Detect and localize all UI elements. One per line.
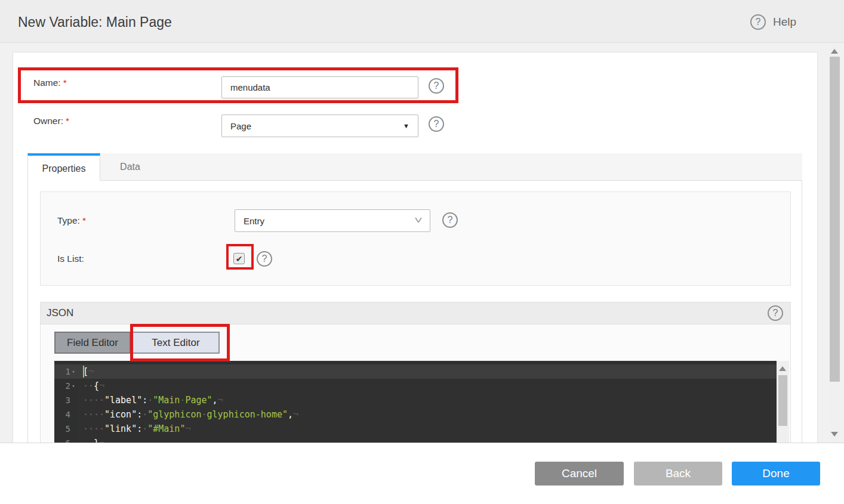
is-list-help-icon[interactable]: ? — [257, 251, 272, 267]
name-input[interactable] — [221, 76, 418, 98]
help-icon[interactable]: ? — [750, 14, 766, 30]
help-link[interactable]: ? Help — [750, 14, 796, 30]
field-editor-button[interactable]: Field Editor — [54, 332, 131, 354]
code-line[interactable]: ····"label":·"Main·Page",¬ — [78, 393, 777, 407]
editor-lines[interactable]: [¬··{¬····"label":·"Main·Page",¬····"ico… — [78, 361, 777, 443]
chevron-down-icon: ˅ — [414, 215, 423, 227]
gutter-line-number: 6 — [54, 436, 78, 443]
json-code-editor[interactable]: 1▾2▾3456 [¬··{¬····"label":·"Main·Page",… — [54, 361, 789, 443]
dialog-header: New Variable: Main Page ? Help — [0, 0, 844, 43]
is-list-checkbox[interactable]: ✔ — [233, 253, 245, 264]
main-scrollbar[interactable] — [830, 43, 840, 443]
form-card: Name:* ? Owner:* Page ▼ ? Properties Dat… — [13, 52, 818, 443]
page-title: New Variable: Main Page — [18, 14, 172, 30]
type-required-asterisk: * — [82, 215, 86, 225]
name-label: Name:* — [33, 78, 67, 88]
tab-data[interactable]: Data — [100, 153, 160, 181]
back-button[interactable]: Back — [634, 462, 722, 486]
editor-scroll-up-icon[interactable] — [779, 366, 786, 371]
owner-label: Owner:* — [33, 116, 69, 126]
owner-select-value: Page — [230, 121, 251, 131]
code-line[interactable]: ··}¬ — [78, 436, 777, 443]
owner-select[interactable]: Page ▼ — [221, 115, 418, 137]
type-label: Type:* — [57, 215, 86, 226]
editor-scrollbar[interactable] — [777, 361, 789, 443]
scroll-down-icon[interactable] — [831, 432, 838, 437]
type-select[interactable]: Entry ˅ — [235, 209, 430, 232]
json-help-icon[interactable]: ? — [768, 305, 783, 321]
owner-help-icon[interactable]: ? — [429, 116, 444, 132]
fold-caret-icon[interactable]: ▾ — [70, 383, 76, 389]
code-line[interactable]: ··{¬ — [78, 379, 777, 393]
editor-gutter: 1▾2▾3456 — [54, 361, 78, 443]
content-viewport: Name:* ? Owner:* Page ▼ ? Properties Dat… — [0, 43, 844, 443]
cancel-button[interactable]: Cancel — [535, 462, 624, 486]
text-editor-button[interactable]: Text Editor — [132, 332, 220, 354]
fold-caret-icon[interactable]: ▾ — [70, 369, 76, 375]
gutter-line-number: 2▾ — [54, 379, 78, 393]
owner-required-asterisk: * — [66, 116, 69, 126]
tab-properties[interactable]: Properties — [27, 153, 100, 181]
gutter-line-number: 3 — [54, 393, 78, 407]
new-variable-dialog: New Variable: Main Page ? Help Name:* ? … — [0, 0, 844, 504]
code-line[interactable]: [¬ — [78, 364, 777, 379]
help-label[interactable]: Help — [773, 16, 796, 29]
gutter-line-number: 4 — [54, 407, 78, 422]
name-help-icon[interactable]: ? — [429, 78, 444, 94]
json-title: JSON — [47, 307, 73, 319]
scroll-up-icon[interactable] — [831, 49, 838, 54]
json-panel-header: JSON ? — [41, 302, 790, 324]
code-line[interactable]: ····"icon":·"glyphicon·glyphicon-home",¬ — [78, 407, 777, 422]
gutter-line-number: 5 — [54, 422, 78, 436]
name-label-text: Name: — [33, 78, 61, 88]
main-scrollbar-thumb[interactable] — [830, 57, 840, 382]
tab-strip: Properties Data — [27, 153, 802, 181]
is-list-label: Is List: — [57, 253, 84, 264]
name-required-asterisk: * — [63, 78, 67, 88]
dropdown-caret-icon: ▼ — [403, 122, 409, 129]
done-button[interactable]: Done — [732, 462, 820, 486]
type-select-value: Entry — [244, 216, 264, 226]
editor-scrollbar-thumb[interactable] — [778, 375, 787, 426]
checkmark-icon: ✔ — [236, 254, 243, 264]
type-help-icon[interactable]: ? — [442, 212, 458, 228]
owner-label-text: Owner: — [33, 116, 63, 126]
type-settings-box — [40, 191, 791, 286]
gutter-line-number: 1▾ — [54, 364, 78, 379]
type-label-text: Type: — [57, 215, 80, 225]
code-line[interactable]: ····"link":·"#Main"¬ — [78, 422, 777, 436]
dialog-footer: Cancel Back Done — [0, 443, 844, 504]
